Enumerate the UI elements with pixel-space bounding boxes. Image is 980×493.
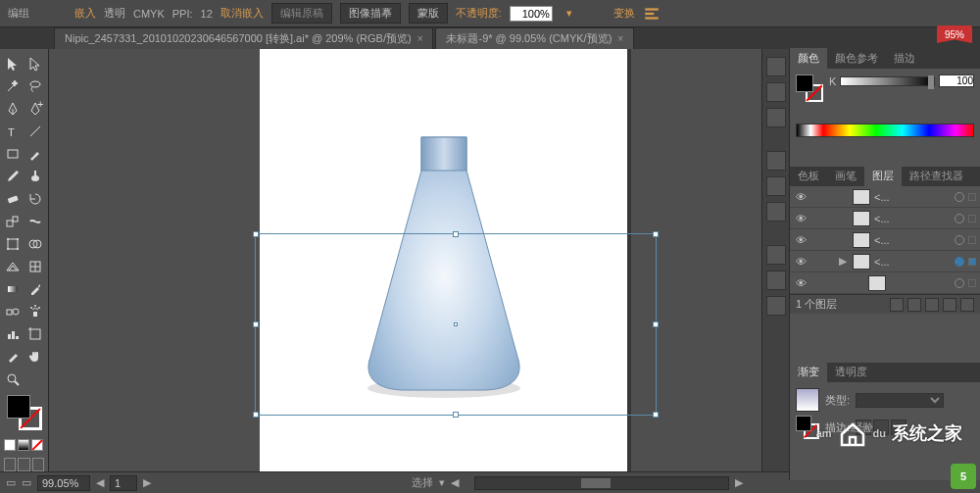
fill-swatch[interactable] xyxy=(7,395,30,419)
tab-color-guide[interactable]: 颜色参考 xyxy=(827,48,886,69)
resize-handle[interactable] xyxy=(253,231,259,237)
dropdown-icon[interactable]: ▾ xyxy=(439,476,445,489)
dock-icon[interactable] xyxy=(766,202,786,222)
target-icon[interactable] xyxy=(955,257,964,267)
k-input[interactable] xyxy=(939,74,974,87)
zoom-out-icon[interactable]: ▭ xyxy=(6,476,16,489)
scroll-right-icon[interactable]: ▶ xyxy=(735,476,743,489)
visibility-icon[interactable]: 👁 xyxy=(794,191,808,203)
resize-handle[interactable] xyxy=(653,231,659,237)
mask-button[interactable]: 蒙版 xyxy=(409,3,448,24)
artboard-prev-icon[interactable]: ◀ xyxy=(96,476,104,489)
tab-pathfinder[interactable]: 路径查找器 xyxy=(902,166,971,186)
tab-color[interactable]: 颜色 xyxy=(790,48,827,69)
unembed-link[interactable]: 取消嵌入 xyxy=(220,6,264,21)
draw-behind-icon[interactable] xyxy=(18,458,29,471)
pencil-tool[interactable] xyxy=(2,166,24,187)
status-icon[interactable]: ▭ xyxy=(22,476,31,489)
opacity-input[interactable] xyxy=(510,6,553,22)
blob-brush-tool[interactable] xyxy=(24,166,46,187)
dock-icon[interactable] xyxy=(766,176,786,196)
select-indicator[interactable] xyxy=(968,193,976,201)
close-icon[interactable]: × xyxy=(617,33,623,44)
eraser-tool[interactable] xyxy=(2,188,24,210)
magic-wand-tool[interactable] xyxy=(2,75,24,97)
none-mode-swatch[interactable] xyxy=(31,439,43,451)
direct-selection-tool[interactable] xyxy=(24,53,46,74)
document-tab[interactable]: Nipic_2457331_20101020230646567000 [转换].… xyxy=(54,27,433,49)
curvature-tool[interactable]: + xyxy=(24,98,46,120)
panel-fill-stroke[interactable] xyxy=(796,74,823,102)
tab-layers[interactable]: 图层 xyxy=(864,166,902,186)
color-spectrum[interactable] xyxy=(796,123,974,137)
transform-link[interactable]: 变换 xyxy=(613,6,635,21)
horizontal-scrollbar[interactable] xyxy=(474,476,729,490)
rectangle-tool[interactable] xyxy=(2,143,24,165)
rotate-tool[interactable] xyxy=(24,188,46,210)
tab-stroke[interactable]: 描边 xyxy=(886,48,923,69)
select-indicator[interactable] xyxy=(968,236,976,244)
target-icon[interactable] xyxy=(955,278,964,288)
free-transform-tool[interactable] xyxy=(2,233,24,255)
draw-normal-icon[interactable] xyxy=(4,458,16,471)
slice-tool[interactable] xyxy=(2,346,24,368)
new-sublayer-icon[interactable] xyxy=(925,298,939,312)
column-graph-tool[interactable] xyxy=(2,323,24,345)
align-icon[interactable] xyxy=(643,5,661,23)
perspective-grid-tool[interactable] xyxy=(2,256,24,277)
layer-row[interactable]: 👁<... xyxy=(790,208,980,229)
locate-object-icon[interactable] xyxy=(890,298,904,312)
document-tab[interactable]: 未标题-9* @ 99.05% (CMYK/预览) × xyxy=(435,27,634,49)
dock-icon[interactable] xyxy=(766,57,786,76)
tab-swatches[interactable]: 色板 xyxy=(790,166,827,186)
target-icon[interactable] xyxy=(955,214,964,223)
select-indicator[interactable] xyxy=(968,215,976,222)
artboard-number-input[interactable] xyxy=(110,475,137,491)
target-icon[interactable] xyxy=(955,192,964,202)
scroll-left-icon[interactable]: ◀ xyxy=(451,476,459,489)
zoom-input[interactable] xyxy=(37,475,90,491)
tab-transparency[interactable]: 透明度 xyxy=(827,362,875,382)
pen-tool[interactable] xyxy=(2,98,24,120)
embed-link[interactable]: 嵌入 xyxy=(74,6,96,21)
canvas[interactable] xyxy=(49,49,761,480)
lasso-tool[interactable] xyxy=(24,75,46,97)
fill-stroke-indicator[interactable] xyxy=(7,395,42,430)
close-icon[interactable]: × xyxy=(417,33,423,44)
select-indicator[interactable] xyxy=(968,258,976,266)
layer-row[interactable]: 👁<... xyxy=(790,186,980,208)
flask-artwork[interactable] xyxy=(351,131,537,406)
visibility-icon[interactable]: 👁 xyxy=(794,234,808,246)
visibility-icon[interactable]: 👁 xyxy=(794,256,808,268)
layer-row[interactable]: 👁▶<... xyxy=(790,251,980,272)
scale-tool[interactable] xyxy=(2,211,24,232)
gradient-type-select[interactable] xyxy=(856,393,944,408)
artboard-tool[interactable] xyxy=(24,323,46,345)
draw-inside-icon[interactable] xyxy=(32,458,44,471)
delete-icon[interactable] xyxy=(960,298,974,312)
type-tool[interactable]: T xyxy=(2,121,24,142)
width-tool[interactable] xyxy=(24,211,46,232)
layer-row[interactable]: 👁 xyxy=(790,272,980,294)
gradient-mode-swatch[interactable] xyxy=(18,439,29,451)
image-trace-button[interactable]: 图像描摹 xyxy=(340,3,401,24)
dock-icon[interactable] xyxy=(766,82,786,102)
dock-icon[interactable] xyxy=(766,271,786,290)
make-clip-icon[interactable] xyxy=(907,298,921,312)
resize-handle[interactable] xyxy=(253,321,259,327)
k-slider[interactable] xyxy=(840,76,935,86)
layer-row[interactable]: 👁<... xyxy=(790,229,980,251)
zoom-tool[interactable] xyxy=(2,369,24,390)
visibility-icon[interactable]: 👁 xyxy=(794,277,808,289)
color-mode-swatch[interactable] xyxy=(4,439,16,451)
line-tool[interactable] xyxy=(24,121,46,142)
tab-gradient[interactable]: 渐变 xyxy=(790,362,827,382)
selection-tool[interactable] xyxy=(2,53,24,74)
select-indicator[interactable] xyxy=(968,279,976,287)
artboard-next-icon[interactable]: ▶ xyxy=(143,476,151,489)
blend-tool[interactable] xyxy=(2,301,24,322)
paintbrush-tool[interactable] xyxy=(24,143,46,165)
shape-builder-tool[interactable] xyxy=(24,233,46,255)
resize-handle[interactable] xyxy=(653,321,659,327)
expand-icon[interactable]: ▶ xyxy=(839,255,849,268)
